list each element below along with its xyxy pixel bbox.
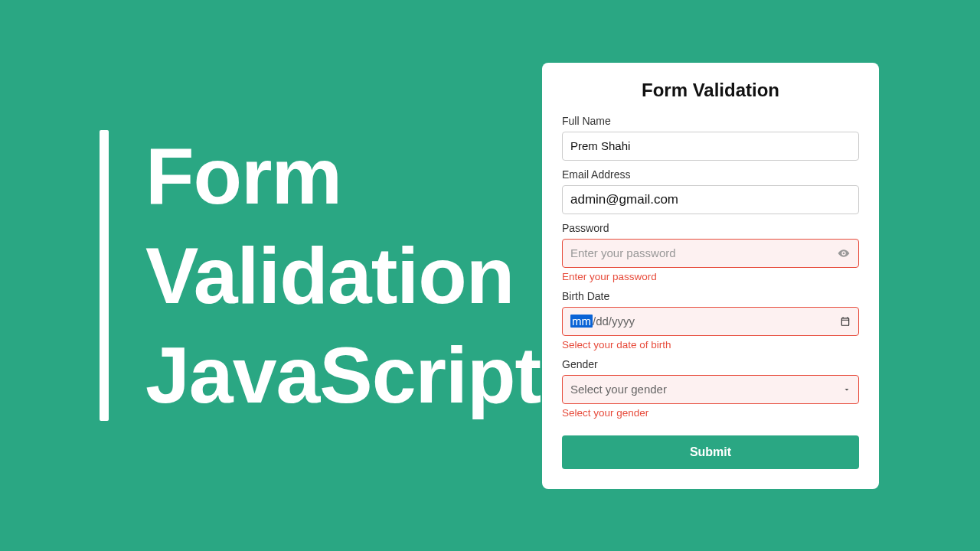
date-mm-highlighted: mm bbox=[570, 315, 593, 328]
left-pane: Form Validation JavaScript bbox=[0, 126, 542, 425]
email-label: Email Address bbox=[562, 168, 859, 181]
headline-line-1: Form bbox=[145, 126, 541, 226]
field-gender: Gender Select your gender Select your ge… bbox=[562, 358, 859, 419]
field-birthdate: Birth Date mm/dd/yyyy Select your date o… bbox=[562, 290, 859, 350]
password-error: Enter your password bbox=[562, 271, 859, 282]
headline-line-2: Validation bbox=[145, 226, 541, 325]
calendar-icon[interactable] bbox=[840, 316, 851, 327]
fullname-label: Full Name bbox=[562, 115, 859, 127]
field-fullname: Full Name bbox=[562, 115, 859, 161]
date-placeholder: mm/dd/yyyy bbox=[570, 315, 635, 328]
eye-icon[interactable] bbox=[838, 247, 850, 259]
field-password: Password Enter your password bbox=[562, 222, 859, 282]
accent-bar bbox=[100, 130, 109, 421]
headline: Form Validation JavaScript bbox=[145, 126, 541, 425]
form-card: Form Validation Full Name Email Address … bbox=[542, 63, 879, 489]
field-email: Email Address bbox=[562, 168, 859, 214]
gender-error: Select your gender bbox=[562, 407, 859, 419]
birthdate-error: Select your date of birth bbox=[562, 339, 859, 350]
submit-button[interactable]: Submit bbox=[562, 435, 859, 469]
fullname-input[interactable] bbox=[562, 132, 859, 161]
gender-select[interactable]: Select your gender bbox=[562, 375, 859, 404]
birthdate-label: Birth Date bbox=[562, 290, 859, 302]
email-input[interactable] bbox=[562, 185, 859, 214]
birthdate-input[interactable]: mm/dd/yyyy bbox=[562, 307, 859, 336]
password-input[interactable] bbox=[562, 239, 859, 268]
headline-line-3: JavaScript bbox=[145, 325, 541, 425]
card-title: Form Validation bbox=[562, 80, 859, 101]
gender-label: Gender bbox=[562, 358, 859, 370]
password-label: Password bbox=[562, 222, 859, 234]
